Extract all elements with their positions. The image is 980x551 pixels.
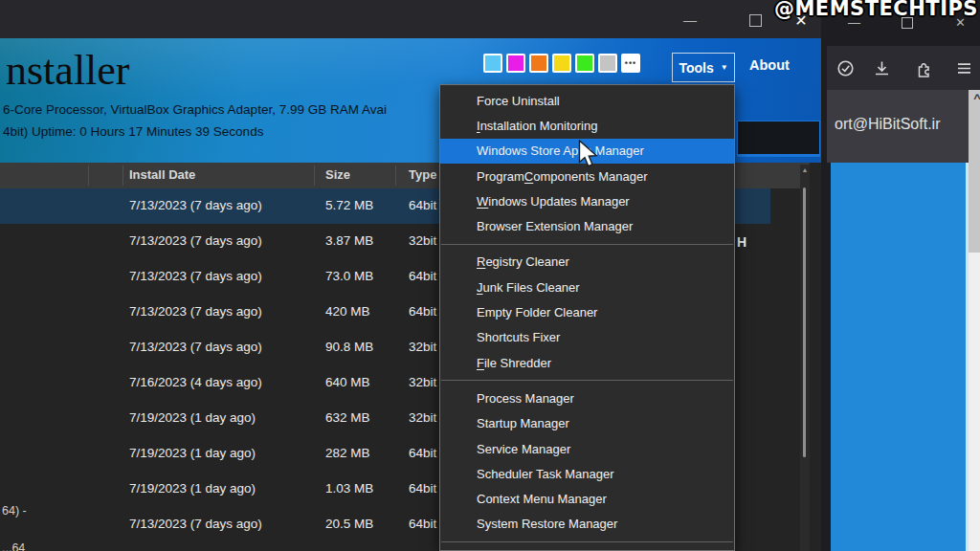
menu-item-startup-manager[interactable]: Startup Manager bbox=[440, 411, 734, 436]
menu-item-junk-files-cleaner[interactable]: Junk Files Cleaner bbox=[440, 275, 734, 299]
menu-item-context-menu-manager[interactable]: Context Menu Manager bbox=[440, 486, 734, 511]
menu-item-windows-updates-manager[interactable]: Windows Updates Manager bbox=[440, 188, 734, 213]
more-colors-button[interactable]: ••• bbox=[621, 54, 640, 73]
theme-swatch-gray[interactable] bbox=[598, 54, 617, 73]
app-maximize-button[interactable] bbox=[743, 9, 768, 32]
menu-item-shortcuts-fixer[interactable]: Shortcuts Fixer bbox=[440, 325, 734, 350]
menu-item-browser-extension-manager[interactable]: Browser Extension Manager bbox=[440, 213, 734, 238]
menu-item-label: Program bbox=[477, 169, 524, 184]
menu-item-system-restore-manager[interactable]: System Restore Manager bbox=[440, 512, 734, 537]
menu-item-backups-reports-manager[interactable]: Backups & Reports Manager bbox=[440, 547, 734, 551]
chevron-down-icon: ▼ bbox=[721, 63, 728, 72]
screen: — ✕ bbox=[0, 0, 980, 551]
column-header-install-date[interactable]: Install Date bbox=[129, 167, 195, 182]
cell-size: 20.5 MB bbox=[325, 517, 373, 531]
extensions-icon[interactable] bbox=[913, 57, 934, 78]
cell-type: 64bit bbox=[409, 481, 436, 496]
about-button[interactable]: About bbox=[749, 57, 790, 73]
mouse-cursor bbox=[578, 140, 599, 174]
menu-item-process-manager[interactable]: Process Manager bbox=[440, 386, 734, 410]
theme-swatch-orange[interactable] bbox=[529, 54, 548, 73]
column-header-size[interactable]: Size bbox=[325, 167, 350, 182]
cell-type: 64bit bbox=[409, 269, 436, 283]
search-input[interactable] bbox=[737, 121, 820, 157]
menu-icon[interactable] bbox=[953, 57, 974, 78]
verified-badge-icon[interactable] bbox=[835, 57, 856, 78]
browser-scrollbar[interactable]: ^ bbox=[969, 90, 980, 551]
column-header-type[interactable]: Type bbox=[409, 167, 436, 182]
cell-type: 32bit bbox=[409, 410, 436, 425]
support-email-text[interactable]: ort@HiBitSoft.ir bbox=[835, 116, 940, 133]
theme-swatch-yellow[interactable] bbox=[552, 54, 571, 73]
menu-item-label: Startup Manager bbox=[477, 416, 569, 430]
menu-item-label: ile Shredder bbox=[484, 356, 551, 370]
app-minimize-button[interactable]: — bbox=[678, 9, 702, 32]
cell-install-date: 7/19/2023 (1 day ago) bbox=[129, 481, 256, 496]
menu-item-label: Scheduler Task Manager bbox=[477, 467, 614, 481]
theme-swatch-blue[interactable] bbox=[483, 54, 502, 73]
cell-install-date: 7/13/2023 (7 days ago) bbox=[129, 304, 262, 319]
browser-window: — ✕ bbox=[815, 0, 980, 551]
cell-size: 632 MB bbox=[325, 410, 370, 425]
cell-text-partial: H bbox=[737, 234, 746, 250]
system-info-line2: 4bit) Uptime: 0 Hours 17 Minutes 39 Seco… bbox=[3, 124, 263, 139]
menu-item-label: unk Files Cleaner bbox=[483, 280, 580, 295]
cell-install-date: 7/19/2023 (1 day ago) bbox=[129, 446, 256, 460]
menu-item-label: Service Manager bbox=[477, 442, 570, 456]
system-info-line1: 6-Core Processor, VirtualBox Graphics Ad… bbox=[3, 102, 387, 117]
download-icon[interactable] bbox=[871, 57, 892, 78]
cell-type: 32bit bbox=[409, 375, 436, 389]
app-logo-text: nstaller bbox=[6, 46, 130, 95]
cell-size: 3.87 MB bbox=[325, 233, 373, 248]
menu-item-label: System Restore Manager bbox=[477, 517, 617, 531]
cell-size: 1.03 MB bbox=[325, 481, 373, 496]
menu-item-scheduler-task-manager[interactable]: Scheduler Task Manager bbox=[440, 461, 734, 486]
cell-type: 64bit bbox=[409, 304, 436, 319]
webpage-content bbox=[831, 163, 966, 551]
menu-item-registry-cleaner[interactable]: Registry Cleaner bbox=[440, 250, 734, 275]
column-divider bbox=[314, 165, 315, 186]
cell-install-date: 7/13/2023 (7 days ago) bbox=[129, 233, 262, 248]
scroll-up-icon[interactable]: ^ bbox=[969, 91, 980, 105]
cell-install-date: 7/13/2023 (7 days ago) bbox=[129, 517, 262, 531]
menu-item-label: nstallation Monitoring bbox=[480, 119, 598, 133]
menu-item-service-manager[interactable]: Service Manager bbox=[440, 436, 734, 461]
cell-type: 32bit bbox=[409, 233, 436, 248]
menu-item-force-uninstall[interactable]: Force Uninstall bbox=[440, 88, 734, 113]
accel-letter: F bbox=[477, 356, 484, 370]
app-list-scrollbar[interactable]: ▲ bbox=[800, 165, 810, 551]
scroll-up-icon[interactable]: ▲ bbox=[800, 166, 810, 173]
menu-item-label: egistry Cleaner bbox=[485, 254, 568, 269]
menu-item-label: Browser Extension Manager bbox=[477, 219, 633, 233]
menu-item-empty-folder-cleaner[interactable]: Empty Folder Cleaner bbox=[440, 299, 734, 324]
cell-type: 64bit bbox=[409, 198, 436, 212]
menu-item-label: Shortcuts Fixer bbox=[477, 330, 560, 344]
column-divider bbox=[122, 165, 123, 186]
theme-swatch-magenta[interactable] bbox=[506, 54, 525, 73]
tools-button-label: Tools bbox=[679, 60, 713, 76]
tools-menu-button[interactable]: Tools ▼ bbox=[672, 53, 735, 82]
cell-install-date: 7/13/2023 (7 days ago) bbox=[129, 198, 262, 212]
menu-separator bbox=[441, 244, 733, 245]
cell-type: 64bit bbox=[409, 517, 436, 531]
menu-item-label: Force Uninstall bbox=[477, 94, 560, 108]
browser-scrollbar-thumb[interactable] bbox=[969, 90, 980, 253]
column-divider bbox=[88, 165, 89, 186]
theme-swatch-green[interactable] bbox=[575, 54, 594, 73]
column-divider bbox=[395, 165, 396, 186]
accel-letter: C bbox=[524, 169, 533, 184]
accel-letter: W bbox=[477, 194, 488, 209]
menu-separator bbox=[441, 541, 733, 542]
cell-install-date: 7/16/2023 (4 days ago) bbox=[129, 375, 262, 389]
accel-letter: R bbox=[477, 254, 485, 269]
menu-item-file-shredder[interactable]: File Shredder bbox=[440, 350, 734, 375]
cell-size: 420 MB bbox=[325, 304, 370, 319]
cell-size: 5.72 MB bbox=[325, 198, 373, 212]
app-scrollbar-thumb[interactable] bbox=[803, 187, 806, 457]
cell-install-date: 7/13/2023 (7 days ago) bbox=[129, 340, 262, 354]
cell-size: 73.0 MB bbox=[325, 269, 373, 283]
app-titlebar: — ✕ bbox=[0, 0, 821, 38]
menu-item-label: Process Manager bbox=[477, 391, 574, 406]
browser-toolbar bbox=[827, 46, 980, 90]
menu-item-installation-monitoring[interactable]: Installation Monitoring bbox=[440, 113, 734, 138]
